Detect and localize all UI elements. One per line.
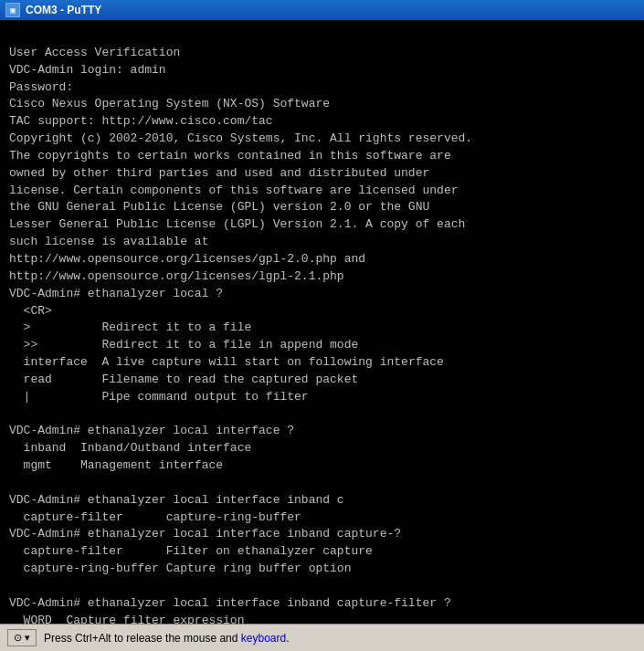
title-bar: ▣ COM3 - PuTTY [0,0,644,20]
terminal-output: User Access Verification VDC-Admin login… [9,27,635,624]
status-message: Press Ctrl+Alt to release the mouse and … [44,632,290,645]
keyboard-link: keyboard [241,632,286,645]
mouse-release-button[interactable]: ⊙ ▾ [7,629,37,646]
app-icon: ▣ [5,3,20,17]
dropdown-icon: ▾ [25,632,30,644]
status-bar: ⊙ ▾ Press Ctrl+Alt to release the mouse … [0,624,644,651]
window-title: COM3 - PuTTY [26,4,101,16]
terminal-area[interactable]: User Access Verification VDC-Admin login… [0,20,644,624]
mouse-icon: ⊙ [14,632,22,644]
